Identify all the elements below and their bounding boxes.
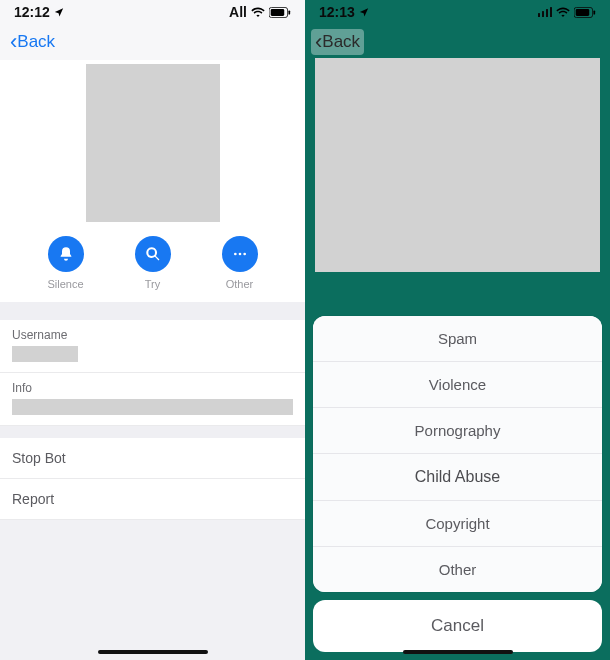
signal-icon — [538, 7, 553, 17]
username-label: Username — [12, 328, 293, 342]
carrier-label: All — [229, 4, 247, 20]
stop-bot-row[interactable]: Stop Bot — [0, 438, 305, 478]
silence-button[interactable]: Silence — [31, 236, 101, 290]
wifi-icon — [556, 7, 570, 17]
silence-label: Silence — [47, 278, 83, 290]
wifi-icon — [251, 7, 265, 17]
home-indicator[interactable] — [403, 650, 513, 654]
report-row[interactable]: Report — [0, 478, 305, 519]
bell-icon — [48, 236, 84, 272]
back-label: Back — [322, 32, 360, 52]
back-button[interactable]: ‹ Back — [6, 29, 59, 55]
action-sheet-list: Spam Violence Pornography Child Abuse Co… — [313, 316, 602, 592]
location-arrow-icon — [54, 7, 64, 17]
info-label: Info — [12, 381, 293, 395]
home-indicator[interactable] — [98, 650, 208, 654]
info-field[interactable]: Info — [0, 373, 305, 426]
try-button[interactable]: Try — [118, 236, 188, 290]
sheet-item-copyright[interactable]: Copyright — [313, 500, 602, 546]
svg-point-5 — [243, 253, 246, 256]
back-button[interactable]: ‹ Back — [311, 29, 364, 55]
chevron-left-icon: ‹ — [10, 31, 17, 53]
svg-rect-1 — [271, 9, 285, 16]
svg-rect-8 — [593, 10, 595, 14]
more-icon — [222, 236, 258, 272]
svg-point-3 — [234, 253, 237, 256]
content-placeholder — [315, 58, 600, 272]
phone-right: 12:13 ‹ Back Spam Violence Pornography C… — [305, 0, 610, 660]
back-label: Back — [17, 32, 55, 52]
nav-bar: ‹ Back — [0, 24, 305, 60]
try-label: Try — [145, 278, 160, 290]
profile-header: Silence Try Other — [0, 60, 305, 302]
status-time: 12:12 — [14, 4, 50, 20]
status-time: 12:13 — [319, 4, 355, 20]
sheet-cancel-button[interactable]: Cancel — [313, 600, 602, 652]
section-gap — [0, 302, 305, 320]
status-bar: 12:13 — [305, 0, 610, 24]
nav-bar: ‹ Back — [305, 24, 610, 60]
action-row: Silence Try Other — [0, 222, 305, 290]
other-button[interactable]: Other — [205, 236, 275, 290]
svg-rect-7 — [576, 9, 590, 16]
username-value — [12, 346, 78, 362]
battery-icon — [269, 7, 291, 18]
username-field[interactable]: Username — [0, 320, 305, 373]
sheet-item-violence[interactable]: Violence — [313, 361, 602, 407]
info-value — [12, 399, 293, 415]
location-arrow-icon — [359, 7, 369, 17]
battery-icon — [574, 7, 596, 18]
sheet-item-spam[interactable]: Spam — [313, 316, 602, 361]
other-label: Other — [226, 278, 254, 290]
svg-rect-2 — [288, 10, 290, 14]
status-bar: 12:12 All — [0, 0, 305, 24]
sheet-item-pornography[interactable]: Pornography — [313, 407, 602, 453]
search-icon — [135, 236, 171, 272]
avatar[interactable] — [86, 64, 220, 222]
phone-left: 12:12 All ‹ Back Silence — [0, 0, 305, 660]
chevron-left-icon: ‹ — [315, 31, 322, 53]
action-sheet: Spam Violence Pornography Child Abuse Co… — [313, 316, 602, 652]
sheet-item-other[interactable]: Other — [313, 546, 602, 592]
sheet-item-child-abuse[interactable]: Child Abuse — [313, 453, 602, 500]
section-gap — [0, 426, 305, 438]
actions-list: Stop Bot Report — [0, 438, 305, 520]
svg-point-4 — [238, 253, 241, 256]
